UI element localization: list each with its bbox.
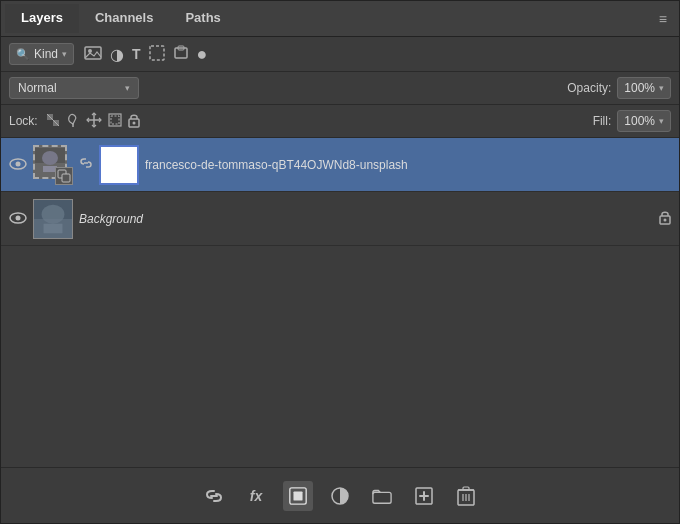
- opacity-group: Opacity: 100% ▾: [567, 77, 671, 99]
- panel-menu-icon[interactable]: ≡: [651, 7, 675, 31]
- svg-point-16: [132, 121, 135, 124]
- layer-item[interactable]: francesco-de-tommaso-qBT44OJWNd8-unsplas…: [1, 138, 679, 192]
- svg-point-27: [16, 216, 21, 221]
- lock-artboard-icon[interactable]: [108, 113, 122, 130]
- svg-point-21: [42, 151, 58, 165]
- svg-rect-44: [463, 487, 469, 490]
- blend-mode-chevron-icon: ▾: [125, 83, 130, 93]
- svg-point-33: [664, 219, 667, 222]
- adjustment-filter-icon[interactable]: ◑: [110, 45, 124, 64]
- lock-position-icon[interactable]: [86, 112, 102, 131]
- svg-rect-2: [150, 46, 164, 60]
- svg-rect-38: [373, 492, 391, 503]
- layer-thumbnail: [33, 199, 73, 239]
- tab-paths[interactable]: Paths: [169, 4, 236, 33]
- text-filter-icon[interactable]: T: [132, 46, 141, 62]
- layer-visibility-toggle[interactable]: [9, 210, 27, 227]
- smart-object-badge: [55, 167, 73, 185]
- layer-thumbnail-smart: [33, 145, 73, 185]
- svg-rect-0: [85, 47, 101, 59]
- lock-all-icon[interactable]: [128, 112, 140, 131]
- layer-name: francesco-de-tommaso-qBT44OJWNd8-unsplas…: [145, 158, 671, 172]
- shape-filter-icon[interactable]: [149, 45, 165, 64]
- new-group-button[interactable]: [367, 481, 397, 511]
- filter-row: 🔍 Kind ▾ ◑ T: [1, 37, 679, 72]
- blend-mode-dropdown[interactable]: Normal ▾: [9, 77, 139, 99]
- fill-value: 100%: [624, 114, 655, 128]
- svg-point-30: [42, 204, 65, 223]
- tab-layers[interactable]: Layers: [5, 4, 79, 33]
- fill-label: Fill:: [593, 114, 612, 128]
- layers-list: francesco-de-tommaso-qBT44OJWNd8-unsplas…: [1, 138, 679, 467]
- blend-mode-row: Normal ▾ Opacity: 100% ▾: [1, 72, 679, 105]
- delete-layer-button[interactable]: [451, 481, 481, 511]
- search-icon: 🔍: [16, 48, 30, 61]
- fx-label: fx: [250, 488, 262, 504]
- fill-chevron-icon: ▾: [659, 116, 664, 126]
- opacity-chevron-icon: ▾: [659, 83, 664, 93]
- background-lock-icon: [659, 209, 671, 228]
- tab-channels[interactable]: Channels: [79, 4, 170, 33]
- layer-visibility-toggle[interactable]: [9, 156, 27, 173]
- filter-kind-dropdown[interactable]: 🔍 Kind ▾: [9, 43, 74, 65]
- link-layers-button[interactable]: [199, 481, 229, 511]
- svg-rect-24: [62, 174, 70, 182]
- image-filter-icon[interactable]: [84, 45, 102, 64]
- layer-effects-button[interactable]: fx: [241, 481, 271, 511]
- new-adjustment-layer-button[interactable]: [325, 481, 355, 511]
- fill-input[interactable]: 100% ▾: [617, 110, 671, 132]
- filter-icons-group: ◑ T ●: [84, 44, 207, 65]
- lock-image-icon[interactable]: [66, 112, 80, 131]
- layers-panel: Layers Channels Paths ≡ 🔍 Kind ▾ ◑ T: [0, 0, 680, 524]
- svg-rect-8: [47, 120, 53, 126]
- blend-mode-label: Normal: [18, 81, 119, 95]
- layer-name: Background: [79, 212, 653, 226]
- smart-object-filter-icon[interactable]: [173, 45, 189, 64]
- svg-rect-14: [111, 116, 119, 124]
- fill-group: Fill: 100% ▾: [593, 110, 671, 132]
- new-layer-button[interactable]: [409, 481, 439, 511]
- tab-bar: Layers Channels Paths ≡: [1, 1, 679, 37]
- svg-rect-36: [293, 491, 302, 500]
- lock-transparent-icon[interactable]: [46, 113, 60, 130]
- lock-icons-group: [46, 112, 140, 131]
- lock-row: Lock:: [1, 105, 679, 138]
- filter-kind-label: Kind: [34, 47, 58, 61]
- chevron-down-icon: ▾: [62, 49, 67, 59]
- layer-link-icon: [79, 155, 93, 174]
- lock-label: Lock:: [9, 114, 38, 128]
- svg-rect-7: [53, 114, 59, 120]
- add-mask-button[interactable]: [283, 481, 313, 511]
- bottom-toolbar: fx: [1, 467, 679, 523]
- opacity-input[interactable]: 100% ▾: [617, 77, 671, 99]
- pixel-filter-icon[interactable]: ●: [197, 44, 208, 65]
- layer-item[interactable]: Background: [1, 192, 679, 246]
- layer-mask-thumbnail: [99, 145, 139, 185]
- svg-rect-31: [44, 223, 63, 233]
- svg-point-18: [16, 162, 21, 167]
- opacity-value: 100%: [624, 81, 655, 95]
- opacity-label: Opacity:: [567, 81, 611, 95]
